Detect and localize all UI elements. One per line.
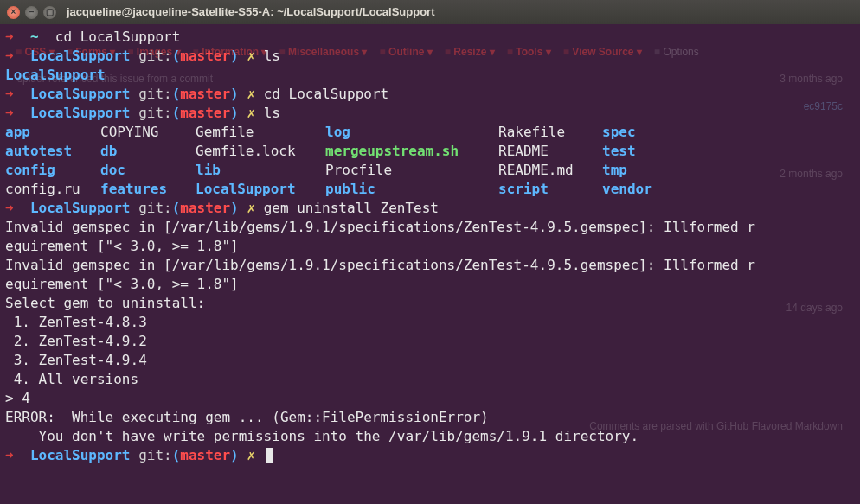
ls-output: LocalSupport [5, 66, 855, 85]
ls-item: script [498, 180, 602, 199]
command: cd LocalSupport [55, 29, 181, 45]
ls-output-grid: app COPYING Gemfile log Rakefile spec au… [5, 123, 855, 199]
prompt-repo: LocalSupport [30, 105, 131, 121]
ls-item: app [5, 123, 100, 142]
prompt-arrow-icon: ➜ [5, 200, 14, 216]
gem-option: 3. ZenTest-4.9.4 [5, 351, 855, 370]
gem-output: Invalid gemspec in [/var/lib/gems/1.9.1/… [5, 256, 855, 275]
maximize-button[interactable]: ▢ [43, 6, 56, 19]
ls-item: README.md [498, 161, 602, 180]
gem-error: ERROR: While executing gem ... (Gem::Fil… [5, 408, 855, 427]
ls-item: Gemfile [196, 123, 325, 142]
prompt-dirty-icon: ✗ [247, 48, 255, 64]
prompt-arrow-icon: ➜ [5, 29, 14, 45]
gem-option: 4. All versions [5, 370, 855, 389]
ls-item: vendor [602, 180, 855, 199]
close-button[interactable]: × [7, 6, 20, 19]
prompt-repo: LocalSupport [30, 200, 131, 216]
window-titlebar: × – ▢ jacqueline@jacqueline-Satellite-S5… [0, 0, 860, 24]
prompt-branch: master [180, 48, 230, 64]
gem-input: > 4 [5, 389, 855, 408]
terminal-output[interactable]: ➜ ~ cd LocalSupport ➜ LocalSupport git:(… [0, 24, 860, 469]
prompt-git: git: [138, 48, 172, 64]
prompt-line: ➜ LocalSupport git:(master) ✗ ls [5, 47, 855, 66]
ls-item: lib [196, 161, 325, 180]
window-buttons: × – ▢ [7, 6, 56, 19]
prompt-arrow-icon: ➜ [5, 105, 14, 121]
ls-item: test [602, 142, 855, 161]
prompt-line: ➜ ~ cd LocalSupport [5, 28, 855, 47]
ls-item: public [325, 180, 498, 199]
ls-item: autotest [5, 142, 100, 161]
ls-item: LocalSupport [196, 180, 325, 199]
ls-item: config.ru [5, 180, 100, 199]
gem-option: 1. ZenTest-4.8.3 [5, 313, 855, 332]
gem-output: Select gem to uninstall: [5, 294, 855, 313]
window-title: jacqueline@jacqueline-Satellite-S55-A: ~… [67, 3, 435, 22]
ls-item: config [5, 161, 100, 180]
prompt-line: ➜ LocalSupport git:(master) ✗ ls [5, 104, 855, 123]
prompt-repo: LocalSupport [30, 447, 131, 463]
command: gem uninstall ZenTest [264, 200, 439, 216]
minimize-button[interactable]: – [25, 6, 38, 19]
prompt-line-active[interactable]: ➜ LocalSupport git:(master) ✗ [5, 446, 855, 465]
ls-item: COPYING [100, 123, 196, 142]
ls-item: tmp [602, 161, 855, 180]
ls-item: mergeupstream.sh [325, 142, 498, 161]
ls-item: Procfile [325, 161, 498, 180]
ls-item: log [325, 123, 498, 142]
prompt-arrow-icon: ➜ [5, 86, 14, 102]
ls-item: README [498, 142, 602, 161]
ls-item: features [100, 180, 196, 199]
cursor-icon [266, 448, 273, 463]
prompt-cwd: ~ [30, 29, 39, 45]
ls-item: spec [602, 123, 855, 142]
prompt-line: ➜ LocalSupport git:(master) ✗ cd LocalSu… [5, 85, 855, 104]
prompt-arrow-icon: ➜ [5, 48, 14, 64]
gem-output: equirement ["< 3.0, >= 1.8"] [5, 237, 855, 256]
prompt-arrow-icon: ➜ [5, 447, 14, 463]
ls-item: Rakefile [498, 123, 602, 142]
prompt-repo: LocalSupport [30, 48, 131, 64]
prompt-repo: LocalSupport [30, 86, 131, 102]
gem-error: You don't have write permissions into th… [5, 427, 855, 446]
ls-item: db [100, 142, 196, 161]
command: cd LocalSupport [264, 86, 389, 102]
gem-output: Invalid gemspec in [/var/lib/gems/1.9.1/… [5, 218, 855, 237]
gem-output: equirement ["< 3.0, >= 1.8"] [5, 275, 855, 294]
prompt-line: ➜ LocalSupport git:(master) ✗ gem uninst… [5, 199, 855, 218]
command: ls [264, 105, 280, 121]
ls-item: Gemfile.lock [196, 142, 325, 161]
ls-item: doc [100, 161, 196, 180]
command: ls [264, 48, 280, 64]
gem-option: 2. ZenTest-4.9.2 [5, 332, 855, 351]
